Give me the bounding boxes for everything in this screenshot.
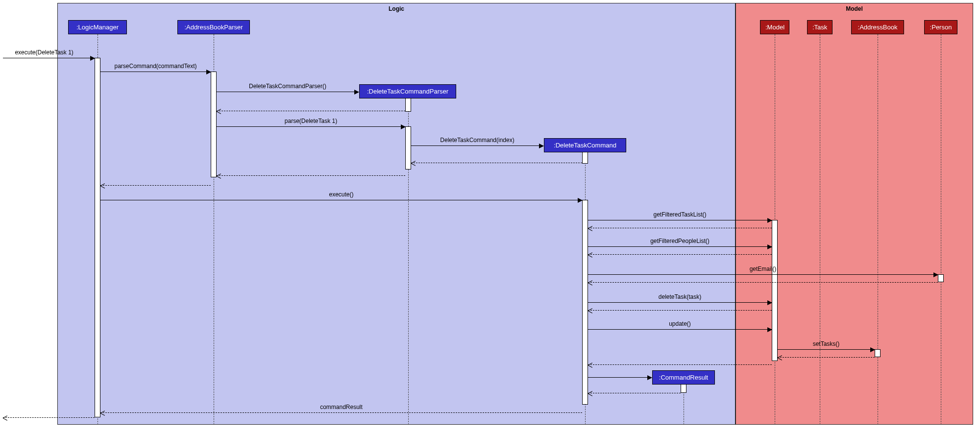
msg-gfp: getFilteredPeopleList(): [588, 246, 772, 247]
msg-parse-command: parseCommand(commandText): [100, 72, 211, 72]
act-person: [938, 274, 944, 282]
act-ab: [875, 349, 881, 357]
msg-deletetask-ret: [588, 310, 772, 311]
msg-parse-ret: [217, 175, 405, 176]
head-command-result: :CommandResult: [652, 370, 715, 385]
msg-dtc-ctor: DeleteTaskCommand(index): [411, 145, 543, 146]
head-delete-task-command-parser: :DeleteTaskCommandParser: [359, 84, 456, 98]
msg-update: update(): [588, 329, 772, 330]
msg-gft-ret: [588, 228, 772, 228]
act-dtc-a: [582, 152, 588, 164]
msg-dtcp-ret: [217, 111, 405, 111]
msg-parse: parse(DeleteTask 1): [217, 126, 405, 127]
act-abp: [211, 72, 217, 177]
frame-model: Model: [735, 3, 973, 425]
act-dtcp-a: [405, 98, 411, 112]
msg-settasks-ret: [778, 357, 875, 358]
msg-update-ret: [588, 364, 772, 365]
head-person: :Person: [924, 20, 957, 34]
msg-parseCommand-ret: [100, 185, 211, 186]
msg-settasks: setTasks(): [778, 349, 875, 350]
act-cr: [681, 384, 686, 393]
head-logic-manager: :LogicManager: [68, 20, 127, 34]
msg-getemail: getEmail(): [588, 274, 938, 275]
head-delete-task-command: :DeleteTaskCommand: [544, 138, 626, 152]
msg-cr-ret: [588, 393, 681, 393]
msg-commandresult: commandResult: [100, 412, 582, 413]
lifeline-task: [820, 34, 820, 425]
act-logic-manager: [95, 58, 100, 417]
head-model: :Model: [760, 20, 789, 34]
head-address-book-parser: :AddressBookParser: [177, 20, 250, 34]
act-dtc-b: [582, 200, 588, 405]
msg-dtc-ret: [411, 163, 582, 163]
frame-model-title: Model: [846, 5, 863, 12]
frame-logic-title: Logic: [389, 5, 404, 12]
msg-dtcp-ctor: DeleteTaskCommandParser(): [217, 92, 359, 92]
msg-final-ret: [3, 417, 95, 418]
head-task: :Task: [807, 20, 833, 34]
head-address-book: :AddressBook: [851, 20, 904, 34]
msg-cr-create: [588, 377, 652, 378]
lifeline-address-book: [878, 34, 878, 425]
msg-gft: getFilteredTaskList(): [588, 220, 772, 220]
msg-execute-delete: execute(DeleteTask 1): [3, 58, 95, 58]
act-dtcp-b: [405, 126, 411, 169]
act-model: [772, 220, 778, 361]
msg-deletetask: deleteTask(task): [588, 302, 772, 303]
msg-gfp-ret: [588, 254, 772, 255]
lifeline-person: [941, 34, 941, 425]
msg-execute: execute(): [100, 200, 582, 200]
msg-getemail-ret: [588, 282, 938, 283]
